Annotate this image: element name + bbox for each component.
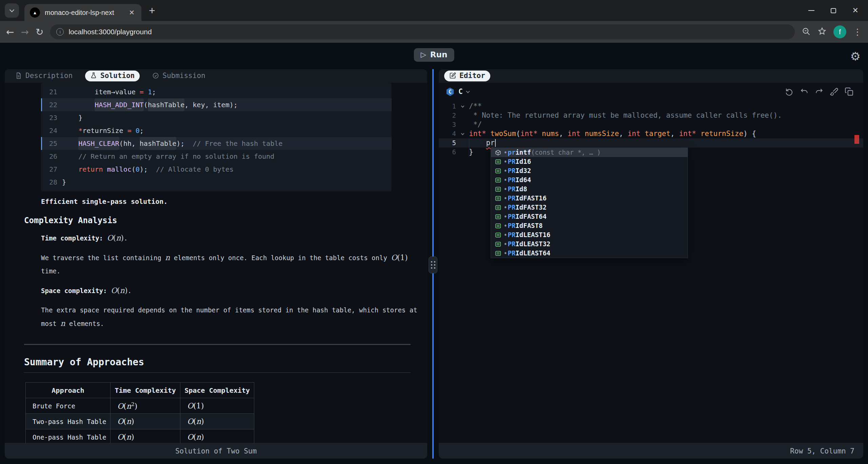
solution-footer: Solution of Two Sum — [5, 443, 427, 459]
maximize-icon[interactable] — [831, 8, 836, 13]
window-close-icon[interactable]: ✕ — [852, 7, 859, 14]
browser-tab[interactable]: ▲ monaco-editor-lsp-next ✕ — [24, 4, 141, 21]
line-number: 21 — [41, 85, 57, 98]
reset-button[interactable] — [782, 87, 797, 96]
run-button[interactable]: ▷ Run — [414, 48, 454, 62]
undo-button[interactable] — [797, 87, 812, 96]
fold-chevron-icon[interactable] — [456, 106, 469, 107]
space-complexity-line: Space complexity: O(n). — [41, 284, 421, 297]
new-tab-button[interactable]: + — [149, 4, 155, 17]
site-favicon-icon: ▲ — [30, 7, 40, 18]
chevron-down-icon — [9, 7, 14, 12]
tab-title: monaco-editor-lsp-next — [45, 9, 127, 17]
line-number: 28 — [41, 176, 57, 189]
chevron-down-icon — [466, 89, 470, 93]
panel-resizer[interactable] — [427, 69, 439, 459]
forward-icon[interactable]: → — [21, 26, 28, 38]
minimize-icon[interactable] — [808, 10, 814, 11]
table-header: Time Complexity — [111, 383, 180, 398]
code-line-5[interactable]: 5 pr — [439, 138, 863, 148]
bookmark-star-icon[interactable] — [817, 27, 827, 37]
site-info-icon[interactable]: i — [56, 28, 64, 36]
suggestion-bullet: • — [504, 148, 507, 157]
summary-heading: Summary of Approaches — [24, 356, 427, 368]
solution-footer-text: Solution of Two Sum — [175, 447, 257, 455]
tab-close-icon[interactable]: ✕ — [127, 8, 136, 17]
address-bar[interactable]: i localhost:3000/playground — [50, 24, 795, 39]
code-editor[interactable]: 1/**2 * Note: The returned array must be… — [439, 100, 863, 443]
table-cell: O(1) — [180, 398, 254, 414]
language-selector[interactable]: C C — [446, 87, 469, 96]
code-line-3[interactable]: 3 */ — [439, 120, 863, 129]
line-number: 23 — [41, 111, 57, 124]
line-number: 2 — [439, 111, 456, 120]
suggestion-item[interactable]: •PRId16 — [491, 157, 688, 166]
line-number: 4 — [439, 129, 456, 138]
text-suggestion-icon — [493, 223, 504, 229]
suggestion-item[interactable]: •PRIdFAST64 — [491, 212, 688, 221]
suggestion-item[interactable]: •PRIdFAST16 — [491, 194, 688, 203]
code-line-4[interactable]: 4int* twoSum(int* nums, int numsSize, in… — [439, 129, 863, 138]
line-number: 6 — [439, 148, 456, 157]
code-line-2[interactable]: 2 * Note: The returned array must be mal… — [439, 111, 863, 120]
table-row: Two-pass Hash TableO(n)O(n) — [26, 414, 254, 429]
text-cursor — [495, 139, 496, 147]
complexity-heading: Complexity Analysis — [24, 216, 427, 225]
line-number: 22 — [41, 98, 57, 111]
window-controls: ✕ — [808, 7, 868, 14]
browser-tab-strip: ▲ monaco-editor-lsp-next ✕ + ✕ — [0, 0, 868, 21]
svg-text:C: C — [449, 89, 452, 95]
settings-gear-icon[interactable]: ⚙ — [850, 50, 861, 63]
playground-app: ▷ Run ⚙ DescriptionSolutionSubmission 21… — [0, 43, 868, 459]
back-icon[interactable]: ← — [6, 26, 14, 38]
menu-dots-icon[interactable]: ⋮ — [853, 27, 862, 37]
cursor-position-text: Row 5, Column 7 — [790, 447, 854, 455]
document-icon — [15, 72, 22, 79]
suggestion-item[interactable]: •PRId64 — [491, 175, 688, 185]
code-line-25: 25 HASH_CLEAR(hh, hashTable); // Free th… — [41, 137, 392, 150]
copy-button[interactable] — [842, 87, 856, 96]
autocomplete-popup: •printf(const char *, … )•PRId16•PRId32•… — [491, 148, 688, 258]
time-complexity-line: Time complexity: O(n). — [41, 231, 421, 245]
left-panel-tabs: DescriptionSolutionSubmission — [5, 69, 427, 83]
redo-button[interactable] — [812, 87, 827, 96]
solution-panel: DescriptionSolutionSubmission 21 item→va… — [5, 69, 427, 459]
tab-solution[interactable]: Solution — [85, 71, 140, 81]
browser-toolbar: ← → ↻ i localhost:3000/playground f ⋮ — [0, 21, 868, 43]
solution-code-block: 21 item→value = 1;22 HASH_ADD_INT(hashTa… — [41, 83, 392, 191]
table-cell: Brute Force — [26, 398, 111, 414]
suggestion-item[interactable]: •PRIdLEAST64 — [491, 249, 688, 258]
line-number: 1 — [439, 102, 456, 111]
tab-search-button[interactable] — [5, 3, 19, 18]
suggestion-item[interactable]: •PRIdFAST32 — [491, 203, 688, 212]
suggestion-item[interactable]: •printf(const char *, … ) — [491, 148, 688, 157]
suggestion-bullet: • — [504, 175, 507, 185]
suggestion-item[interactable]: •PRIdLEAST32 — [491, 239, 688, 249]
suggestion-item[interactable]: •PRIdFAST8 — [491, 221, 688, 230]
line-number: 25 — [41, 137, 57, 150]
tab-submission[interactable]: Submission — [147, 71, 210, 81]
format-button[interactable] — [827, 87, 842, 96]
format-brush-icon — [830, 87, 839, 96]
reload-icon[interactable]: ↻ — [36, 26, 43, 38]
code-line-1[interactable]: 1/** — [439, 102, 863, 111]
time-complexity-paragraph: We traverse the list containing n elemen… — [41, 251, 421, 278]
table-cell: O(n) — [180, 429, 254, 443]
resizer-grip-handle[interactable] — [429, 256, 437, 273]
fold-chevron-icon[interactable] — [456, 133, 469, 135]
zoom-out-icon[interactable] — [802, 27, 811, 37]
language-label: C — [458, 88, 463, 96]
url-text: localhost:3000/playground — [68, 28, 152, 36]
suggestion-item[interactable]: •PRId8 — [491, 185, 688, 194]
check-icon — [152, 72, 159, 79]
suggestion-bullet: • — [504, 230, 507, 239]
tab-description[interactable]: Description — [10, 71, 78, 81]
table-row: One-pass Hash TableO(n)O(n) — [26, 429, 254, 443]
suggestion-item[interactable]: •PRId32 — [491, 166, 688, 175]
suggestion-item[interactable]: •PRIdLEAST16 — [491, 230, 688, 239]
suggestion-bullet: • — [504, 221, 507, 230]
tab-editor[interactable]: Editor — [444, 71, 490, 81]
code-line-26: 26 // Return an empty array if no soluti… — [41, 150, 392, 163]
profile-avatar[interactable]: f — [833, 25, 846, 38]
section-divider — [24, 344, 411, 345]
